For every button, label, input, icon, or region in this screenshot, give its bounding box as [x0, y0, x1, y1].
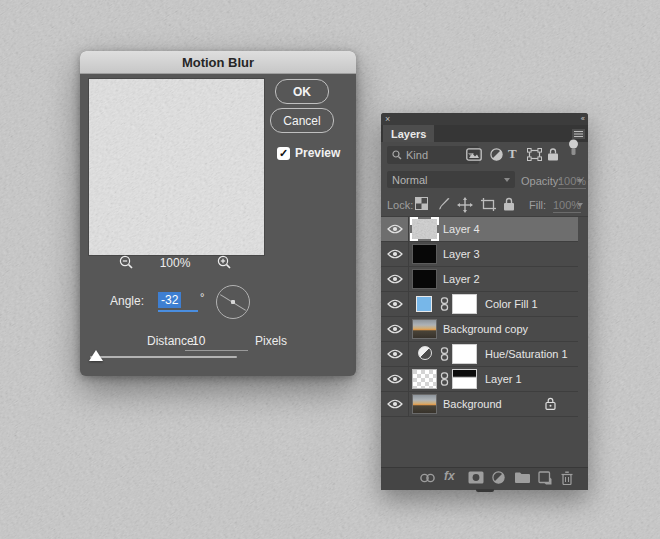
color-fill-swatch[interactable] [416, 296, 432, 312]
fill-label: Fill: [529, 199, 546, 211]
layer-row-hue-saturation[interactable]: Hue/Saturation 1 [381, 342, 578, 367]
visibility-eye-icon[interactable] [381, 267, 409, 291]
chevron-down-icon[interactable] [577, 203, 583, 207]
lock-transparency-icon[interactable] [415, 197, 428, 210]
blend-row: Normal Opacity: 100% [381, 168, 588, 192]
layer-name: Layer 1 [485, 373, 522, 385]
layer-thumbnail-photo[interactable] [412, 319, 437, 339]
angle-dial[interactable] [216, 285, 250, 319]
layer-mask-thumbnail[interactable] [452, 344, 477, 364]
lock-row: Lock: [381, 192, 588, 216]
preview-checkbox-label: Preview [295, 146, 340, 160]
cancel-button-label: Cancel [283, 114, 320, 128]
opacity-label: Opacity: [521, 175, 561, 187]
layer-list: Layer 4 Layer 3 Layer 2 [381, 216, 588, 418]
delete-layer-trash-icon[interactable] [561, 471, 573, 485]
layer-thumbnail-transparent[interactable] [412, 369, 437, 389]
lock-artboard-icon[interactable] [480, 197, 497, 211]
layer-thumbnail-photo[interactable] [412, 394, 437, 414]
layer-style-fx-icon[interactable]: fx [444, 469, 455, 483]
filter-pixel-layers-icon[interactable] [466, 148, 482, 161]
visibility-eye-icon[interactable] [381, 217, 409, 241]
angle-dial-center [231, 300, 235, 304]
visibility-eye-icon[interactable] [381, 292, 409, 316]
panel-collapse-icon[interactable]: ‹‹ [581, 115, 584, 123]
angle-input[interactable]: -32 [158, 292, 181, 308]
panel-resize-notch[interactable] [476, 489, 494, 492]
lock-label: Lock: [387, 199, 413, 211]
layer-mask-thumbnail[interactable] [452, 369, 477, 389]
panel-menu-icon[interactable] [572, 129, 585, 139]
layer-thumbnail-black[interactable] [412, 269, 437, 289]
adjustment-layer-icon[interactable] [418, 346, 432, 360]
layer-row-background-copy[interactable]: Background copy [381, 317, 578, 342]
preview-checkbox[interactable]: ✓ [277, 147, 290, 160]
blend-mode-select[interactable]: Normal [387, 171, 515, 188]
panel-top-strip: × ‹‹ [381, 113, 588, 125]
layer-name: Layer 3 [443, 248, 480, 260]
lock-all-icon[interactable] [503, 197, 515, 211]
visibility-eye-icon[interactable] [381, 242, 409, 266]
selection-corner [431, 233, 439, 241]
layer-thumbnail-black[interactable] [412, 244, 437, 264]
tab-layers-label: Layers [391, 128, 426, 140]
filter-adjustment-icon[interactable] [490, 148, 503, 161]
lock-position-icon[interactable] [457, 197, 473, 213]
distance-slider-track[interactable] [90, 356, 237, 358]
panel-tab-row: Layers [381, 125, 588, 142]
tab-layers[interactable]: Layers [383, 125, 434, 142]
cancel-button[interactable]: Cancel [270, 108, 334, 133]
zoom-in-icon[interactable] [217, 255, 232, 270]
selection-corner [431, 217, 439, 225]
visibility-eye-icon[interactable] [381, 367, 409, 391]
layer-thumbnail-noise[interactable] [412, 219, 437, 239]
chevron-down-icon[interactable] [577, 179, 583, 183]
mask-link-icon[interactable] [440, 372, 449, 386]
layer-row-layer2[interactable]: Layer 2 [381, 267, 578, 292]
layer-row-layer4[interactable]: Layer 4 [381, 217, 578, 242]
new-layer-icon[interactable] [538, 471, 552, 485]
layer-name: Color Fill 1 [485, 298, 538, 310]
layers-panel: × ‹‹ Layers Kind [381, 113, 588, 490]
distance-input[interactable]: 10 [192, 334, 205, 348]
layer-row-background[interactable]: Background [381, 392, 578, 417]
new-adjustment-layer-icon[interactable] [492, 471, 505, 484]
visibility-eye-icon[interactable] [381, 317, 409, 341]
layer-row-layer3[interactable]: Layer 3 [381, 242, 578, 267]
filter-smart-object-icon[interactable] [547, 148, 559, 161]
dialog-titlebar[interactable]: Motion Blur [80, 51, 356, 74]
filter-type-icon[interactable]: T [508, 146, 517, 162]
distance-slider-handle[interactable] [89, 350, 103, 361]
add-layer-mask-icon[interactable] [468, 471, 484, 484]
lock-pixels-icon[interactable] [437, 197, 451, 211]
link-layers-icon[interactable] [419, 471, 436, 485]
ok-button-label: OK [293, 85, 311, 99]
distance-input-underline [185, 350, 248, 351]
filter-shape-icon[interactable] [527, 148, 542, 161]
layer-name: Background copy [443, 323, 528, 335]
background-lock-icon [545, 397, 556, 410]
distance-label: Distance: [147, 334, 197, 348]
mask-link-icon[interactable] [440, 347, 449, 361]
new-group-folder-icon[interactable] [514, 471, 531, 484]
angle-label: Angle: [110, 294, 144, 308]
zoom-out-icon[interactable] [119, 255, 134, 270]
angle-input-underline [158, 310, 198, 312]
layer-name: Hue/Saturation 1 [485, 348, 568, 360]
filter-preview[interactable] [88, 78, 265, 256]
panel-close-icon[interactable]: × [385, 115, 390, 124]
layer-mask-thumbnail[interactable] [452, 294, 477, 314]
zoom-level: 100% [153, 256, 197, 270]
layer-row-layer1[interactable]: Layer 1 [381, 367, 578, 392]
mask-link-icon[interactable] [440, 297, 449, 311]
layer-row-colorfill1[interactable]: Color Fill 1 [381, 292, 578, 317]
selection-corner [410, 233, 418, 241]
visibility-eye-icon[interactable] [381, 342, 409, 366]
blend-mode-value: Normal [392, 174, 504, 186]
checkmark-icon: ✓ [279, 147, 288, 160]
distance-unit-label: Pixels [255, 334, 287, 348]
visibility-eye-icon[interactable] [381, 392, 409, 416]
ok-button[interactable]: OK [275, 79, 329, 104]
filter-toggle-pin-icon[interactable] [568, 139, 579, 156]
search-icon [392, 150, 402, 160]
